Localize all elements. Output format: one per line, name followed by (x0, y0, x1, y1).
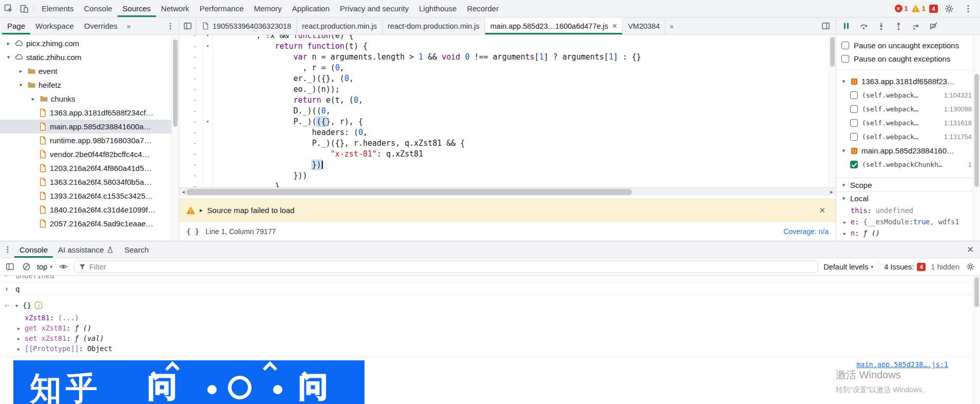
tree-item-runtime-app-98b7168030a7[interactable]: runtime.app.98b7168030a7… (0, 133, 179, 147)
expand-arrow-icon[interactable]: ▸ (843, 219, 851, 225)
code-line[interactable]: - })) (179, 170, 836, 181)
settings-gear-icon[interactable] (941, 0, 957, 17)
fold-arrow-icon[interactable]: ▾ (203, 35, 213, 41)
coverage-link[interactable]: Coverage: n/a (783, 227, 829, 236)
expand-arrow-icon[interactable]: ▸ (843, 230, 851, 236)
line-gutter-marker[interactable]: - (179, 127, 203, 138)
panel-tab-privacy-and-security[interactable]: Privacy and security (335, 0, 414, 17)
checkbox[interactable] (841, 55, 849, 63)
object-property-prototype[interactable]: ▸[[Prototype]]: Object (0, 343, 980, 354)
step-out-icon[interactable] (891, 19, 906, 33)
tree-item-event[interactable]: ▸event (0, 64, 179, 78)
console-tab-console[interactable]: Console (14, 241, 53, 258)
code-line[interactable]: - , r = (0, (179, 62, 836, 73)
panel-tab-network[interactable]: Network (156, 0, 195, 17)
code-line[interactable]: - "x-zst-81": q.xZst81 (179, 148, 836, 159)
line-gutter-marker[interactable]: - (179, 116, 203, 127)
scope-variable-n[interactable]: ▸n: ƒ () (836, 227, 980, 239)
expand-arrow-icon[interactable]: ▸ (5, 40, 12, 47)
navigator-tab-page[interactable]: Page (2, 17, 30, 34)
panel-tab-sources[interactable]: Sources (118, 0, 156, 17)
console-input-echo[interactable]: › q (0, 283, 980, 295)
object-preview[interactable]: {} (23, 301, 31, 310)
scrollbar-thumb[interactable] (974, 277, 979, 307)
collapse-arrow-icon[interactable]: ▾ (840, 147, 847, 154)
tree-item-static-zhihu-com[interactable]: ▾static.zhihu.com (0, 50, 179, 64)
panel-tab-lighthouse[interactable]: Lighthouse (414, 0, 462, 17)
code-line[interactable]: - } (179, 181, 836, 187)
collapse-arrow-icon[interactable]: ▾ (840, 182, 847, 188)
breakpoint-entry[interactable]: (self.webpack…1:104321 (836, 88, 980, 102)
object-property-get-xzst81[interactable]: ▸get xZst81: ƒ () (0, 323, 980, 333)
tree-item-1363-app-3181df6588f234cf[interactable]: 1363.app.3181df6588f234cf… (0, 106, 179, 120)
pretty-print-icon[interactable]: { } (186, 227, 199, 236)
collapse-arrow-icon[interactable]: ▾ (840, 78, 847, 85)
error-count-badge[interactable]: ✕1 (895, 5, 908, 12)
more-options-icon[interactable] (960, 0, 976, 17)
more-tabs-icon[interactable]: » (123, 17, 135, 34)
sidebar-scrollbar[interactable] (973, 35, 980, 241)
object-property-xzst81[interactable]: xZst81: (...) (0, 313, 980, 323)
close-tab-icon[interactable]: × (612, 22, 617, 31)
scope-group-local[interactable]: ▾Local (836, 192, 980, 205)
breakpoint-checkbox[interactable] (850, 105, 858, 113)
code-line[interactable]: -▾ , !x && function(e) { (179, 35, 836, 41)
tree-item-main-app-585d238841600a[interactable]: main.app.585d238841600a… (0, 120, 179, 133)
breakpoint-entry[interactable]: (self.webpackChunkh…1 (836, 158, 980, 171)
expand-arrow-icon[interactable]: ▸ (200, 207, 203, 214)
step-into-icon[interactable] (873, 19, 889, 33)
pause-icon[interactable] (838, 19, 854, 33)
editor-tab-react-dom-production-min-js[interactable]: react-dom.production.min.js (382, 17, 485, 34)
breakpoint-checkbox[interactable] (850, 133, 858, 141)
code-line[interactable]: - D._)((0, (179, 105, 836, 116)
pause-option-pause-on-uncaught-exceptions[interactable]: Pause on uncaught exceptions (836, 39, 980, 52)
line-gutter-marker[interactable]: - (179, 181, 203, 187)
fold-arrow-icon[interactable]: ▾ (203, 41, 213, 51)
line-gutter-marker[interactable]: - (179, 73, 203, 84)
zhihu-banner-image[interactable]: 知乎 问 问 (13, 360, 364, 404)
line-gutter-marker[interactable]: - (179, 41, 203, 51)
breakpoint-checkbox[interactable] (850, 91, 858, 99)
scrollbar-thumb[interactable] (830, 37, 835, 67)
scope-variable-e[interactable]: ▸e: {__esModule: true, wdfs1 (836, 216, 980, 227)
scope-variable-this[interactable]: this: undefined (836, 205, 980, 216)
editor-scrollbar[interactable] (829, 35, 836, 187)
code-line[interactable]: - }) (179, 159, 836, 170)
tree-item-picx-zhimg-com[interactable]: ▸picx.zhimg.com (0, 36, 179, 50)
inspect-icon[interactable] (1, 0, 16, 17)
tree-item-2057-216a26f4-5ad9c1eaae[interactable]: 2057.216a26f4.5ad9c1eaae… (0, 217, 179, 230)
console-tab-search[interactable]: Search (119, 241, 154, 258)
expand-arrow-icon[interactable]: ▸ (17, 336, 25, 341)
panel-tab-memory[interactable]: Memory (249, 0, 287, 17)
property-value[interactable]: (...) (58, 314, 79, 322)
breakpoint-entry[interactable]: (self.webpack…1:131618 (836, 116, 980, 130)
code-line[interactable]: -▾ P._)(({}, r), { (179, 116, 836, 127)
navigator-tab-overrides[interactable]: Overrides (79, 17, 123, 34)
close-icon[interactable]: ✕ (819, 206, 829, 215)
step-icon[interactable] (908, 19, 924, 33)
line-gutter-marker[interactable]: - (179, 148, 203, 159)
expand-arrow-icon[interactable]: ▸ (17, 346, 25, 352)
tree-item-1393-216a26f4-c1535c3425[interactable]: 1393.216a26f4.c1535c3425… (0, 189, 179, 203)
more-options-icon[interactable] (1, 241, 14, 258)
panel-tab-recorder[interactable]: Recorder (462, 0, 504, 17)
scrollbar-thumb[interactable] (974, 74, 979, 187)
context-selector[interactable]: top▾ (37, 263, 52, 271)
expand-arrow-icon[interactable]: ▸ (30, 95, 36, 102)
code-line[interactable]: - var n = arguments.length > 1 && void 0… (179, 51, 836, 62)
line-gutter-marker[interactable]: - (179, 105, 203, 116)
line-gutter-marker[interactable]: - (179, 159, 203, 170)
breakpoint-entry[interactable]: (self.webpack…1:130098 (836, 102, 980, 116)
code-editor[interactable]: -▾ , !x && function(e) {-▾ return functi… (179, 35, 836, 187)
code-line[interactable]: - return e(t, (0, (179, 94, 836, 105)
line-gutter-marker[interactable]: - (179, 62, 203, 73)
collapse-arrow-icon[interactable]: ▾ (840, 195, 847, 202)
hide-navigator-icon[interactable] (179, 17, 197, 34)
breakpoint-checkbox[interactable] (850, 161, 858, 168)
issues-counter[interactable]: 4 Issues:4 (884, 263, 926, 271)
console-result-line[interactable]: <· ▾ {} i (0, 298, 980, 313)
line-gutter-marker[interactable]: - (179, 138, 203, 148)
breakpoint-checkbox[interactable] (850, 119, 858, 127)
editor-horizontal-scrollbar[interactable]: ◄ ► (179, 187, 836, 196)
expand-arrow-icon[interactable]: ▸ (17, 68, 24, 74)
